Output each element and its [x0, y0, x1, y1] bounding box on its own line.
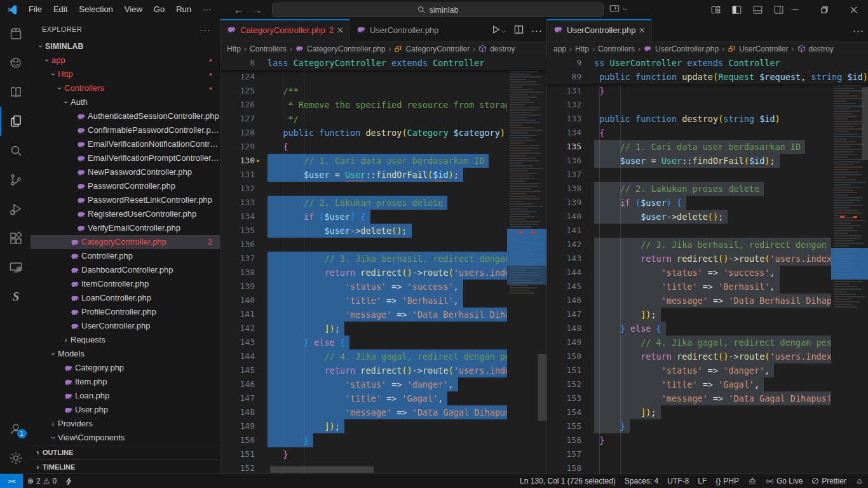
crumb-class[interactable]: UserController: [739, 44, 788, 53]
sticky-scroll[interactable]: 9ss UserController extends Controller89 …: [547, 56, 868, 84]
code-line[interactable]: 144 // 4. Jika gagal, redirect dengan pe…: [220, 349, 507, 363]
menu-file[interactable]: File: [23, 3, 48, 17]
restore-button[interactable]: [810, 0, 839, 19]
menu-go[interactable]: Go: [148, 3, 170, 17]
close-tab-icon[interactable]: [639, 25, 645, 35]
code-line[interactable]: 155 }: [547, 419, 831, 433]
settings-button[interactable]: [0, 444, 31, 473]
code-line[interactable]: 146 'status' => 'danger',: [220, 377, 507, 391]
crumb-controllers[interactable]: Controllers: [250, 44, 287, 53]
tree-folder[interactable]: ›Controllers●: [31, 81, 220, 95]
tree-file[interactable]: VerifyEmailController.php: [31, 221, 220, 235]
language-mode[interactable]: {} PHP: [711, 474, 743, 488]
crumb-file[interactable]: UserController.php: [655, 44, 719, 53]
crumb-app[interactable]: app: [553, 44, 566, 53]
code-line[interactable]: 157: [547, 447, 831, 461]
tree-file[interactable]: DashboardController.php: [31, 263, 220, 277]
problems-button[interactable]: ⊗ 2 ⚠ 0: [23, 474, 61, 488]
tree-file[interactable]: ConfirmablePasswordController.php: [31, 123, 220, 137]
forward-button[interactable]: →: [252, 4, 262, 15]
code-line[interactable]: 131 $user = User::findOrFail($id);: [220, 168, 507, 182]
code-line[interactable]: 141: [547, 224, 831, 238]
tree-file[interactable]: EmailVerificationNotificationController.…: [31, 137, 220, 151]
toggle-panel-icon[interactable]: [752, 4, 763, 15]
close-tab-icon[interactable]: [337, 25, 343, 35]
code-line[interactable]: 137: [547, 168, 831, 182]
vertical-scrollbar[interactable]: [538, 354, 546, 421]
run-button[interactable]: [491, 25, 506, 36]
code-line[interactable]: 135 // 1. Cari data user berdasarkan ID: [547, 140, 831, 154]
tab-categorycontroller[interactable]: CategoryController.php 2: [220, 19, 350, 41]
activity-debug[interactable]: [0, 194, 31, 224]
tree-file[interactable]: User.php: [31, 403, 220, 417]
code-line[interactable]: 148 } else {: [547, 322, 831, 336]
screencast-button[interactable]: [609, 3, 628, 15]
code-line[interactable]: 137 // 3. Jika berhasil, redirect dengan…: [220, 252, 507, 266]
crumb-method[interactable]: destroy: [490, 44, 515, 53]
tree-file[interactable]: RegisteredUserController.php: [31, 207, 220, 221]
activity-explorer[interactable]: [0, 107, 31, 136]
code-line[interactable]: 134 {: [547, 126, 831, 140]
outline-section[interactable]: › OUTLINE: [31, 445, 220, 459]
tree-file[interactable]: Controller.php: [31, 249, 220, 263]
horizontal-scrollbar[interactable]: [270, 466, 374, 473]
search-box[interactable]: siminlab: [272, 3, 604, 17]
tree-folder[interactable]: ›Providers: [31, 417, 220, 431]
tree-file[interactable]: ProfileController.php: [31, 305, 220, 319]
code-line[interactable]: 134 if ($user) {: [220, 210, 507, 224]
crumb-class[interactable]: CategoryController: [405, 44, 470, 53]
explorer-actions-icon[interactable]: ···: [200, 24, 211, 35]
menu-selection[interactable]: Selection: [73, 3, 118, 17]
crumb-http[interactable]: Http: [227, 44, 241, 53]
tree-folder[interactable]: ›View\Components: [31, 431, 220, 445]
crumb-method[interactable]: destroy: [809, 44, 834, 53]
tree-file[interactable]: PasswordResetLinkController.php: [31, 193, 220, 207]
activity-source-control[interactable]: [0, 165, 31, 194]
minimize-button[interactable]: [780, 0, 810, 19]
menu-run[interactable]: Run: [170, 3, 197, 17]
code-line[interactable]: 154 ]);: [547, 405, 831, 419]
code-line[interactable]: 145 'title' => 'Berhasil',: [547, 280, 831, 294]
crumb-http[interactable]: Http: [575, 44, 589, 53]
back-button[interactable]: ←: [234, 4, 243, 15]
code-line[interactable]: 147 ]);: [547, 308, 831, 322]
code-line[interactable]: 131 }: [547, 84, 831, 98]
prettier-button[interactable]: Prettier: [807, 474, 851, 488]
code-line[interactable]: 129 {: [220, 140, 507, 154]
code-line[interactable]: 125 /**: [220, 84, 507, 98]
code-line[interactable]: 140 'title' => 'Berhasil',: [220, 294, 507, 308]
menu-view[interactable]: View: [119, 3, 148, 17]
code-line[interactable]: 149 // 4. Jika gagal, redirect dengan pe…: [547, 336, 831, 349]
code-line[interactable]: 126 * Remove the specified resource from…: [220, 98, 507, 112]
account-button[interactable]: 1: [0, 414, 31, 444]
tree-folder[interactable]: ›Auth: [31, 95, 220, 109]
tree-folder[interactable]: ›Http●: [31, 67, 220, 81]
code-line[interactable]: 143 } else {: [220, 336, 507, 349]
code-line[interactable]: 151 }: [220, 447, 507, 461]
tree-file[interactable]: UserController.php: [31, 319, 220, 333]
crumb-controllers[interactable]: Controllers: [598, 44, 635, 53]
code-line[interactable]: 156 }: [547, 433, 831, 447]
code-line[interactable]: 133 // 2. Lakukan proses delete: [220, 196, 507, 210]
activity-docs[interactable]: [0, 78, 31, 107]
tree-file[interactable]: CategoryController.php2: [31, 235, 220, 249]
tree-file[interactable]: Category.php: [31, 361, 220, 375]
code-line[interactable]: 89 public function update(Request $reque…: [547, 70, 868, 84]
code-line[interactable]: 136: [220, 238, 507, 252]
vertical-scrollbar[interactable]: [862, 87, 868, 160]
code-line[interactable]: 127 */: [220, 112, 507, 126]
lightbulb-icon[interactable]: ▸: [256, 154, 261, 168]
zap-button[interactable]: [61, 474, 77, 488]
activity-chat[interactable]: [0, 48, 31, 78]
code-line[interactable]: 152 'title' => 'Gagal',: [547, 377, 831, 391]
code-line[interactable]: 132: [547, 98, 831, 112]
code-line[interactable]: 124: [220, 70, 507, 84]
code-line[interactable]: 147 'title' => 'Gagal',: [220, 391, 507, 405]
code-line[interactable]: 8lass CategoryController extends Control…: [220, 56, 546, 70]
menu-more-icon[interactable]: ···: [197, 3, 217, 17]
activity-extensions[interactable]: [0, 224, 31, 253]
code-line[interactable]: 151 'status' => 'danger',: [547, 363, 831, 377]
tab-usercontroller-right[interactable]: UserController.php: [547, 19, 652, 41]
tree-file[interactable]: ItemController.php: [31, 277, 220, 291]
code-line[interactable]: 136 $user = User::findOrFail($id);: [547, 154, 831, 168]
